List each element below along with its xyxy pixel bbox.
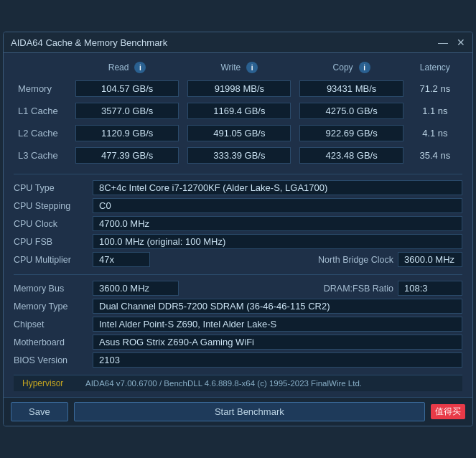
table-row: Memory 104.57 GB/s 91998 MB/s 93431 MB/s… [14, 78, 462, 100]
window-title: AIDA64 Cache & Memory Benchmark [11, 37, 167, 48]
close-button[interactable]: ✕ [457, 37, 465, 48]
cpu-info-section: CPU Type 8C+4c Intel Core i7-12700KF (Al… [14, 179, 462, 268]
memory-type-row: Memory Type Dual Channel DDR5-7200 SDRAM… [14, 297, 462, 315]
row-label-2: L2 Cache [14, 122, 71, 144]
copy-label: Copy [333, 62, 353, 73]
motherboard-row: Motherboard Asus ROG Strix Z690-A Gaming… [14, 333, 462, 351]
cpu-multiplier-row: CPU Multiplier 47x North Bridge Clock 36… [14, 251, 462, 268]
copy-cell-3: 423.48 GB/s [295, 144, 407, 167]
memory-info-section: Memory Bus 3600.0 MHz DRAM:FSB Ratio 108… [14, 279, 462, 369]
main-window: AIDA64 Cache & Memory Benchmark — ✕ Read… [3, 32, 473, 426]
window-controls: — ✕ [438, 37, 465, 48]
copy-cell-0: 93431 MB/s [295, 78, 407, 100]
read-cell-1: 3577.0 GB/s [71, 100, 183, 122]
latency-cell-0: 71.2 ns [408, 78, 462, 100]
north-bridge-right: North Bridge Clock 3600.0 MHz [318, 252, 462, 267]
cpu-clock-row: CPU Clock 4700.0 MHz [14, 215, 462, 233]
minimize-button[interactable]: — [438, 37, 448, 48]
memory-bus-label: Memory Bus [14, 284, 93, 294]
read-cell-2: 1120.9 GB/s [71, 122, 183, 144]
cpu-stepping-row: CPU Stepping C0 [14, 197, 462, 215]
table-row: L3 Cache 477.39 GB/s 333.39 GB/s 423.48 … [14, 144, 462, 167]
col-read-header: Read i [71, 60, 183, 78]
latency-cell-3: 35.4 ns [408, 144, 462, 167]
bios-label: BIOS Version [14, 355, 93, 365]
status-text: AIDA64 v7.00.6700 / BenchDLL 4.6.889.8-x… [85, 379, 362, 388]
write-cell-2: 491.05 GB/s [183, 122, 295, 144]
row-label-3: L3 Cache [14, 144, 71, 167]
row-label-1: L1 Cache [14, 100, 71, 122]
cpu-fsb-value: 100.0 MHz (original: 100 MHz) [93, 234, 462, 249]
start-benchmark-button[interactable]: Start Benchmark [74, 402, 425, 421]
cpu-clock-label: CPU Clock [14, 219, 93, 229]
copy-cell-2: 922.69 GB/s [295, 122, 407, 144]
hypervisor-label: Hypervisor [22, 378, 80, 388]
latency-cell-1: 1.1 ns [408, 100, 462, 122]
cpu-type-label: CPU Type [14, 183, 93, 193]
memory-bus-left: 3600.0 MHz [93, 281, 324, 296]
footer: Save Start Benchmark 值得买 [4, 397, 472, 426]
motherboard-label: Motherboard [14, 337, 93, 347]
row-label-0: Memory [14, 78, 71, 100]
bios-value: 2103 [93, 352, 462, 368]
copy-info-icon[interactable]: i [359, 62, 370, 73]
save-button[interactable]: Save [11, 402, 68, 421]
motherboard-value: Asus ROG Strix Z690-A Gaming WiFi [93, 335, 462, 350]
divider-1 [14, 174, 462, 174]
bios-row: BIOS Version 2103 [14, 351, 462, 369]
cpu-clock-value: 4700.0 MHz [93, 216, 462, 231]
titlebar: AIDA64 Cache & Memory Benchmark — ✕ [4, 32, 472, 53]
read-cell-0: 104.57 GB/s [71, 78, 183, 100]
memory-bus-row: Memory Bus 3600.0 MHz DRAM:FSB Ratio 108… [14, 279, 462, 297]
latency-label: Latency [420, 62, 450, 73]
cpu-fsb-row: CPU FSB 100.0 MHz (original: 100 MHz) [14, 233, 462, 251]
cpu-stepping-value: C0 [93, 198, 462, 213]
col-write-header: Write i [183, 60, 295, 78]
cpu-multiplier-left: 47x [93, 252, 318, 267]
table-row: L2 Cache 1120.9 GB/s 491.05 GB/s 922.69 … [14, 122, 462, 144]
table-row: L1 Cache 3577.0 GB/s 1169.4 GB/s 4275.0 … [14, 100, 462, 122]
north-bridge-value: 3600.0 MHz [398, 252, 462, 267]
cpu-type-row: CPU Type 8C+4c Intel Core i7-12700KF (Al… [14, 179, 462, 197]
cpu-multiplier-value: 47x [93, 252, 150, 267]
main-content: Read i Write i Copy i [4, 53, 472, 397]
write-cell-3: 333.39 GB/s [183, 144, 295, 167]
col-latency-header: Latency [408, 60, 462, 78]
chipset-value: Intel Alder Point-S Z690, Intel Alder La… [93, 317, 462, 332]
copy-cell-1: 4275.0 GB/s [295, 100, 407, 122]
chipset-row: Chipset Intel Alder Point-S Z690, Intel … [14, 315, 462, 333]
chipset-label: Chipset [14, 319, 93, 330]
divider-2 [14, 274, 462, 275]
north-bridge-label: North Bridge Clock [318, 255, 393, 265]
watermark-text: 值得买 [431, 404, 465, 419]
read-cell-3: 477.39 GB/s [71, 144, 183, 167]
write-info-icon[interactable]: i [246, 62, 258, 73]
cpu-multiplier-label: CPU Multiplier [14, 255, 93, 265]
watermark: 值得买 [431, 402, 465, 421]
latency-cell-2: 4.1 ns [408, 122, 462, 144]
dram-fsb-right: DRAM:FSB Ratio 108:3 [324, 281, 462, 296]
read-info-icon[interactable]: i [134, 62, 146, 73]
col-copy-header: Copy i [295, 60, 407, 78]
col-label-header [14, 60, 71, 78]
status-bar: Hypervisor AIDA64 v7.00.6700 / BenchDLL … [14, 375, 462, 391]
cpu-type-value: 8C+4c Intel Core i7-12700KF (Alder Lake-… [93, 180, 462, 195]
write-cell-1: 1169.4 GB/s [183, 100, 295, 122]
write-cell-0: 91998 MB/s [183, 78, 295, 100]
dram-fsb-value: 108:3 [398, 281, 462, 296]
memory-type-label: Memory Type [14, 302, 93, 312]
memory-bus-value: 3600.0 MHz [93, 281, 179, 296]
benchmark-table: Read i Write i Copy i [14, 60, 462, 167]
cpu-stepping-label: CPU Stepping [14, 201, 93, 211]
memory-type-value: Dual Channel DDR5-7200 SDRAM (36-46-46-1… [93, 299, 462, 314]
write-label: Write [220, 62, 241, 73]
dram-fsb-label: DRAM:FSB Ratio [324, 284, 393, 294]
cpu-fsb-label: CPU FSB [14, 237, 93, 247]
read-label: Read [108, 62, 129, 73]
